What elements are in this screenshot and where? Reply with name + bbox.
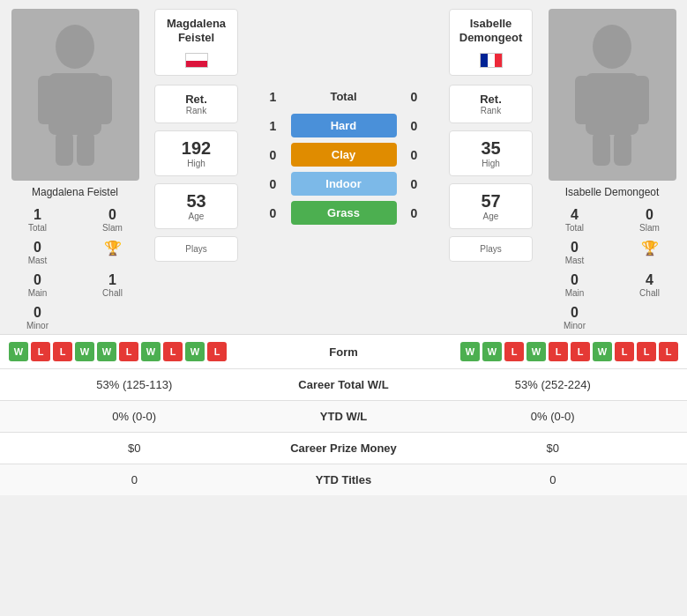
clay-button[interactable]: Clay (291, 143, 397, 167)
center-body: Ret. Rank 192 High 53 Age Plays (154, 85, 533, 269)
left-minor-label: Minor (26, 321, 49, 330)
player-name-cards: Magdalena Feistel Isabelle Demongeot (154, 9, 533, 76)
right-slam-label: Slam (639, 223, 660, 233)
left-minor-cell: 0 Minor (0, 301, 75, 334)
right-chall-value: 4 (646, 272, 653, 288)
form-label: Form (291, 345, 397, 359)
right-info-boxes: Ret. Rank 35 High 57 Age Plays (449, 85, 533, 269)
left-trophy-icon: 🏆 (104, 240, 122, 256)
svg-rect-2 (38, 76, 54, 124)
left-high-label: High (160, 159, 233, 168)
indoor-button[interactable]: Indoor (291, 172, 397, 196)
left-plays-label: Plays (160, 244, 233, 254)
stats-rows: 53% (125-113)Career Total W/L53% (252-22… (0, 368, 687, 495)
indoor-score-right: 0 (402, 177, 427, 191)
right-mast-cell: 0 Mast (537, 236, 612, 269)
hard-score-right: 0 (402, 119, 427, 133)
left-main-label: Main (28, 288, 48, 298)
form-badge-left: L (31, 342, 50, 361)
left-player-name: Magdalena Feistel (27, 186, 123, 198)
form-badge-left: L (207, 342, 227, 361)
left-high-box: 192 High (154, 130, 238, 176)
left-total-value: 1 (34, 207, 41, 223)
stats-right-2: $0 (432, 442, 675, 455)
left-stats-grid: 1 Total 0 Slam 0 Mast 🏆 0 Main (0, 204, 150, 334)
right-high-value: 35 (454, 138, 527, 159)
right-main-value: 0 (571, 272, 579, 288)
left-high-value: 192 (160, 138, 233, 159)
stats-label-3: YTD Titles (256, 473, 432, 486)
right-card-name: Isabelle Demongeot (454, 17, 527, 44)
right-slam-cell: 0 Slam (612, 204, 687, 236)
left-mast-value: 0 (34, 240, 41, 256)
svg-rect-9 (633, 76, 649, 124)
right-trophy: 🏆 (612, 236, 687, 269)
left-slam-label: Slam (102, 223, 123, 233)
right-trophy-icon: 🏆 (641, 240, 659, 256)
svg-rect-10 (593, 132, 610, 166)
form-badge-left: W (9, 342, 28, 361)
right-total-value: 4 (571, 207, 579, 223)
stats-right-0: 53% (252-224) (432, 378, 675, 391)
clay-row: 0 Clay 0 (261, 143, 427, 167)
form-badge-left: L (53, 342, 72, 361)
form-badge-left: W (97, 342, 116, 361)
left-plays-box: Plays (154, 236, 238, 262)
left-trophy: 🏆 (75, 236, 150, 269)
total-button[interactable]: Total (291, 85, 397, 108)
left-age-box: 53 Age (154, 183, 238, 229)
right-slam-value: 0 (646, 207, 653, 223)
hard-row: 1 Hard 0 (261, 114, 427, 137)
stats-row: 53% (125-113)Career Total W/L53% (252-22… (0, 368, 687, 400)
stats-row: 0% (0-0)YTD W/L0% (0-0) (0, 400, 687, 432)
left-minor-value: 0 (34, 305, 41, 321)
form-badge-right: W (593, 342, 612, 361)
total-score-left: 1 (261, 90, 286, 104)
indoor-score-left: 0 (261, 177, 286, 191)
left-player-card: Magdalena Feistel (154, 9, 238, 76)
left-rank-label: Rank (160, 106, 233, 115)
right-stats-grid: 4 Total 0 Slam 0 Mast 🏆 0 Main (537, 204, 687, 334)
clay-score-left: 0 (261, 148, 286, 162)
left-player-panel: Magdalena Feistel 1 Total 0 Slam 0 Mast … (0, 0, 150, 334)
form-badge-right: W (460, 342, 480, 361)
indoor-row: 0 Indoor 0 (261, 172, 427, 196)
left-chall-label: Chall (102, 288, 123, 298)
main-container: Magdalena Feistel 1 Total 0 Slam 0 Mast … (0, 0, 687, 495)
form-badges-left: WLLWWLWLWL (9, 342, 286, 361)
right-main-label: Main (565, 288, 585, 298)
right-mast-label: Mast (565, 256, 585, 265)
svg-rect-4 (56, 132, 73, 166)
left-main-value: 0 (34, 272, 41, 288)
flag-white (488, 54, 495, 67)
svg-rect-11 (614, 132, 631, 166)
right-player-card: Isabelle Demongeot (449, 9, 533, 76)
stats-label-1: YTD W/L (256, 410, 432, 423)
grass-score-right: 0 (402, 206, 427, 220)
hard-button[interactable]: Hard (291, 114, 397, 137)
right-chall-label: Chall (639, 288, 660, 298)
left-info-boxes: Ret. Rank 192 High 53 Age Plays (154, 85, 238, 269)
left-age-value: 53 (160, 191, 233, 212)
form-badge-left: W (141, 342, 161, 361)
right-mast-value: 0 (571, 240, 579, 256)
right-player-panel: Isabelle Demongeot 4 Total 0 Slam 0 Mast… (537, 0, 687, 334)
stats-label-0: Career Total W/L (256, 378, 432, 391)
stats-row: $0Career Prize Money$0 (0, 432, 687, 464)
left-flag-container (160, 49, 233, 68)
left-flag (185, 53, 208, 68)
stats-left-2: $0 (13, 442, 256, 455)
form-badge-right: L (504, 342, 524, 361)
grass-button[interactable]: Grass (291, 201, 397, 225)
right-rank-label: Rank (454, 106, 527, 115)
svg-rect-8 (575, 76, 591, 124)
svg-rect-1 (49, 73, 101, 135)
right-total-label: Total (565, 223, 584, 233)
form-badge-right: L (659, 342, 678, 361)
right-chall-cell: 4 Chall (612, 269, 687, 301)
left-rank-box: Ret. Rank (154, 85, 238, 123)
form-badge-left: W (75, 342, 94, 361)
right-high-label: High (454, 159, 527, 168)
left-rank-value: Ret. (160, 93, 233, 106)
svg-point-0 (56, 25, 94, 69)
